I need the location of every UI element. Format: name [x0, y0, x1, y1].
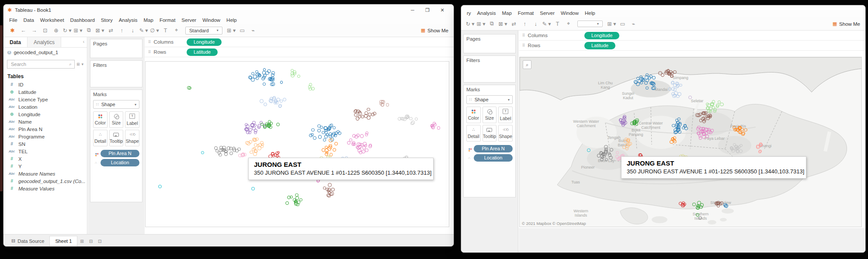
mark-pin[interactable]	[635, 123, 639, 126]
mark-pin[interactable]	[262, 76, 266, 79]
mark-pin[interactable]	[367, 116, 371, 120]
mark-pin[interactable]	[331, 133, 335, 137]
mark-pin[interactable]	[290, 196, 293, 199]
mark-pin[interactable]	[610, 148, 613, 152]
mark-pin[interactable]	[587, 148, 590, 152]
menu-file[interactable]: File	[6, 17, 21, 23]
sort-descending-button[interactable]: ↓	[128, 28, 138, 34]
mark-pin[interactable]	[317, 124, 321, 128]
mark-pin[interactable]	[409, 117, 412, 120]
show-mark-labels-button[interactable]: T	[160, 28, 170, 34]
mark-pin[interactable]	[756, 145, 760, 148]
mark-pin[interactable]	[677, 92, 681, 96]
highlight-button[interactable]: ✎ ▾	[542, 21, 552, 27]
mark-pin[interactable]	[652, 86, 656, 90]
mark-pin[interactable]	[331, 188, 335, 192]
new-worksheet-button[interactable]: ⊞ ▾	[476, 21, 486, 27]
sort-ascending-button[interactable]: ↑	[520, 21, 530, 27]
mark-pin[interactable]	[272, 154, 275, 157]
menu-server[interactable]: Server	[537, 10, 558, 16]
mark-pin[interactable]	[410, 122, 413, 125]
mark-pin[interactable]	[347, 141, 351, 145]
presentation-mode-button[interactable]: ▭	[618, 21, 628, 27]
field-sn[interactable]: #SN	[7, 140, 87, 148]
tab-data-source[interactable]: ⊟Data Source	[6, 236, 49, 246]
mark-pin[interactable]	[222, 148, 226, 152]
label-button[interactable]: TLabel	[125, 111, 139, 128]
clear-sheet-button[interactable]: ⊠ ▾	[95, 27, 105, 34]
mark-pin[interactable]	[702, 112, 705, 115]
mark-pin[interactable]	[256, 77, 259, 80]
mark-pin[interactable]	[277, 151, 280, 154]
size-button[interactable]: Size	[483, 107, 497, 123]
menu-worksheet[interactable]: Worksheet	[37, 17, 67, 23]
mark-pin[interactable]	[313, 136, 316, 140]
mark-pin[interactable]	[625, 147, 628, 150]
mark-pin[interactable]	[241, 153, 245, 157]
pages-shelf[interactable]: Pages	[463, 34, 516, 53]
field-location[interactable]: AbcLocation	[7, 103, 87, 111]
columns-pill-longitude[interactable]: Longitude	[187, 38, 222, 46]
mark-pin[interactable]	[373, 112, 376, 115]
mark-pin[interactable]	[688, 96, 692, 99]
mark-pin[interactable]	[673, 70, 677, 74]
mark-pin[interactable]	[706, 106, 710, 110]
mark-pin[interactable]	[365, 148, 368, 152]
mark-pin[interactable]	[646, 86, 649, 90]
new-worksheet-button[interactable]: ⊞ ▾	[73, 27, 83, 34]
mark-pin[interactable]	[433, 122, 436, 125]
refresh-data-button[interactable]: ↻ ▾	[62, 27, 72, 34]
mark-pin[interactable]	[269, 125, 272, 129]
mark-pin[interactable]	[354, 113, 358, 117]
mark-pin[interactable]	[324, 129, 327, 132]
show-mark-labels-button[interactable]: T	[552, 21, 562, 27]
mark-pin[interactable]	[415, 117, 418, 121]
mark-type-dropdown[interactable]: ∷ Shape▾	[93, 100, 139, 109]
mark-pin[interactable]	[760, 143, 763, 146]
mark-pin[interactable]	[675, 119, 678, 122]
mark-type-dropdown[interactable]: ∷ Shape▾	[466, 95, 513, 104]
field-name[interactable]: AbcName	[7, 118, 87, 125]
mark-pin[interactable]	[639, 77, 643, 81]
columns-pill-longitude[interactable]: Longitude	[584, 32, 619, 39]
columns-shelf[interactable]: ⠿Columns Longitude	[145, 37, 454, 47]
menu-format[interactable]: Format	[156, 17, 178, 23]
mark-pin[interactable]	[201, 151, 204, 154]
mark-pin[interactable]	[351, 142, 355, 146]
shape-button[interactable]: ○□◇Shape	[498, 125, 513, 142]
mark-pin[interactable]	[360, 134, 364, 138]
mark-pin[interactable]	[327, 147, 331, 151]
mark-pin[interactable]	[668, 87, 672, 91]
detail-button[interactable]: ∴Detail	[466, 125, 481, 142]
mark-pin[interactable]	[264, 103, 267, 106]
field-programme[interactable]: AbcProgramme	[7, 133, 87, 140]
sort-descending-button[interactable]: ↓	[531, 21, 541, 27]
field-geocoded-output-1-csv-co[interactable]: #geocoded_output_1.csv (Co...	[7, 177, 87, 185]
mark-pin[interactable]	[293, 70, 296, 74]
mark-pin[interactable]	[328, 183, 332, 187]
mark-pin[interactable]	[652, 76, 656, 79]
fix-axes-button[interactable]: ⌖	[171, 27, 181, 34]
mark-pin[interactable]	[237, 148, 241, 151]
mark-pin[interactable]	[333, 126, 336, 130]
mark-pin[interactable]	[619, 118, 622, 121]
mark-pin[interactable]	[251, 187, 255, 190]
field-pln-area-n[interactable]: AbcPln Area N	[7, 125, 87, 133]
mark-pin[interactable]	[437, 126, 441, 130]
close-button[interactable]: ✕	[435, 4, 450, 16]
mark-pin[interactable]	[670, 140, 674, 144]
mark-pin[interactable]	[616, 151, 619, 154]
mark-pin[interactable]	[367, 108, 370, 111]
mark-pin[interactable]	[692, 203, 695, 206]
field-y[interactable]: #Y	[7, 162, 87, 170]
pill-location[interactable]: Location	[101, 159, 139, 166]
mark-pin[interactable]	[740, 144, 743, 147]
map-view[interactable]: Lim Chu KangSungei KadutMandaiSimpangSel…	[519, 57, 862, 227]
mark-pin[interactable]	[263, 83, 266, 86]
menu-story[interactable]: Story	[98, 17, 116, 23]
mark-pin[interactable]	[263, 124, 267, 128]
mark-pin[interactable]	[365, 111, 368, 114]
mark-pin[interactable]	[267, 69, 271, 73]
mark-pin[interactable]	[276, 123, 280, 126]
mark-pin[interactable]	[699, 205, 703, 209]
